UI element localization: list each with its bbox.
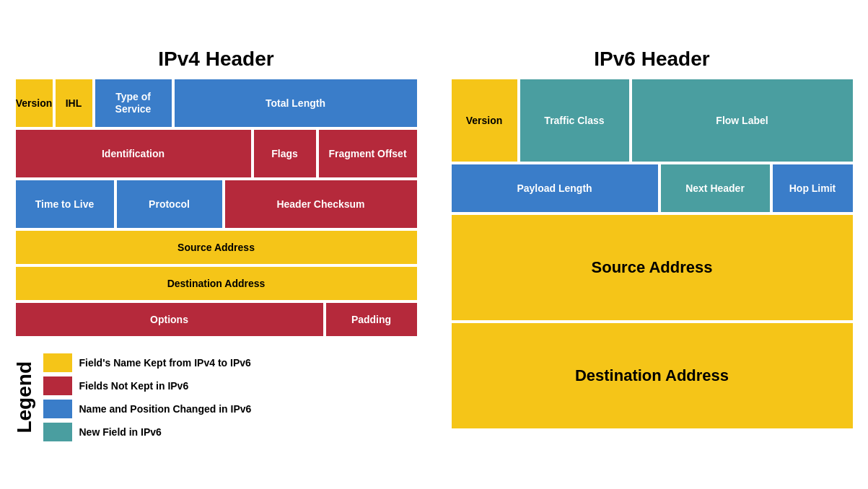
legend-swatch-kept (43, 353, 72, 372)
ipv4-row6: Options Padding (14, 301, 418, 338)
ipv4-title: IPv4 Header (13, 48, 420, 71)
ipv4-ihl: IHL (54, 78, 94, 128)
ipv6-destination-address: Destination Address (450, 322, 854, 430)
ipv6-title: IPv6 Header (449, 48, 856, 71)
legend-swatch-changed (43, 400, 72, 418)
ipv4-options: Options (14, 301, 325, 338)
main-container: IPv4 Header Version IHL Type of Service … (0, 40, 868, 449)
ipv6-grid: Version Traffic Class Flow Label Payload… (449, 76, 856, 431)
legend-text-changed: Name and Position Changed in IPv6 (79, 403, 252, 415)
ipv4-row4: Source Address (14, 229, 418, 265)
ipv4-row1: Version IHL Type of Service Total Length (14, 78, 418, 128)
ipv6-version: Version (450, 78, 519, 163)
ipv4-frag-offset: Fragment Offset (317, 128, 418, 179)
ipv6-row1: Version Traffic Class Flow Label (450, 78, 854, 163)
legend-text-not-kept: Fields Not Kept in IPv6 (79, 380, 189, 392)
ipv4-row3: Time to Live Protocol Header Checksum (14, 179, 418, 229)
ipv6-hop-limit: Hop Limit (771, 163, 854, 213)
legend-item-not-kept: Fields Not Kept in IPv6 (43, 376, 252, 395)
legend-label: Legend (13, 361, 36, 433)
legend-swatch-not-kept (43, 376, 72, 395)
ipv4-protocol: Protocol (115, 179, 224, 229)
ipv4-version: Version (14, 78, 54, 128)
legend-text-kept: Field's Name Kept from IPv4 to IPv6 (79, 357, 251, 369)
ipv4-total-length: Total Length (173, 78, 418, 128)
ipv4-header-checksum: Header Checksum (224, 179, 418, 229)
legend-text-new: New Field in IPv6 (79, 426, 162, 438)
ipv4-grid: Version IHL Type of Service Total Length… (13, 76, 420, 339)
ipv6-traffic-class: Traffic Class (519, 78, 631, 163)
ipv4-destination-address: Destination Address (14, 265, 418, 301)
legend-section: Legend Field's Name Kept from IPv4 to IP… (13, 353, 420, 441)
ipv4-tos: Type of Service (94, 78, 173, 128)
ipv6-payload-length: Payload Length (450, 163, 659, 213)
ipv6-next-header: Next Header (659, 163, 771, 213)
legend-item-kept: Field's Name Kept from IPv4 to IPv6 (43, 353, 252, 372)
legend-item-changed: Name and Position Changed in IPv6 (43, 400, 252, 418)
ipv4-flags: Flags (253, 128, 317, 179)
ipv6-row4: Destination Address (450, 322, 854, 430)
ipv4-row2: Identification Flags Fragment Offset (14, 128, 418, 179)
ipv6-panel: IPv6 Header Version Traffic Class Flow L… (449, 48, 856, 431)
legend-items: Field's Name Kept from IPv4 to IPv6 Fiel… (43, 353, 252, 441)
ipv4-ttl: Time to Live (14, 179, 115, 229)
legend-swatch-new (43, 423, 72, 441)
ipv4-row5: Destination Address (14, 265, 418, 301)
ipv4-panel: IPv4 Header Version IHL Type of Service … (13, 48, 420, 441)
legend-item-new: New Field in IPv6 (43, 423, 252, 441)
ipv4-padding: Padding (325, 301, 418, 338)
ipv6-flow-label: Flow Label (631, 78, 854, 163)
ipv6-row3: Source Address (450, 213, 854, 322)
ipv4-identification: Identification (14, 128, 253, 179)
ipv4-source-address: Source Address (14, 229, 418, 265)
ipv6-source-address: Source Address (450, 213, 854, 322)
ipv6-row2: Payload Length Next Header Hop Limit (450, 163, 854, 213)
